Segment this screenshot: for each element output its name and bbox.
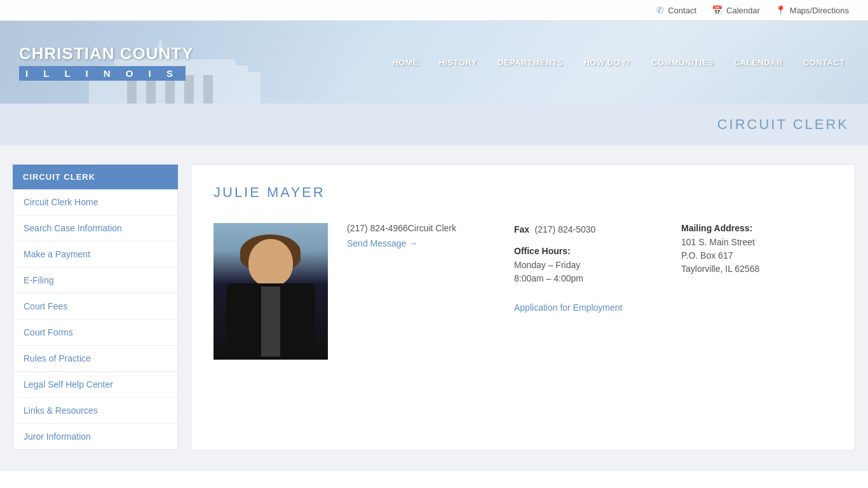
location-icon: 📍 bbox=[775, 5, 786, 15]
sidebar-item-court-forms[interactable]: Court Forms bbox=[13, 320, 177, 346]
top-bar: ✆ Contact 📅 Calendar 📍 Maps/Directions bbox=[0, 0, 868, 21]
county-name: CHRISTIAN COUNTY bbox=[19, 44, 194, 64]
maps-topbar-label: Maps/Directions bbox=[790, 6, 849, 15]
fax-number: (217) 824-5030 bbox=[535, 224, 596, 234]
calendar-icon: 📅 bbox=[712, 5, 722, 15]
address-line3: Taylorville, IL 62568 bbox=[681, 262, 832, 276]
photo-stripe bbox=[261, 287, 280, 356]
nav-contact[interactable]: CONTACT bbox=[793, 53, 855, 72]
fax-label: Fax bbox=[514, 224, 529, 234]
sidebar-header: CIRCUIT CLERK bbox=[13, 165, 178, 189]
state-name: I L L I N O I S bbox=[19, 66, 186, 81]
page-title-band: CIRCUIT CLERK bbox=[0, 104, 868, 146]
hours-column: Fax (217) 824-5030 Office Hours: Monday … bbox=[514, 223, 665, 360]
profile-details: (217) 824-4966Circuit Clerk Send Message… bbox=[347, 223, 832, 360]
page-title: CIRCUIT CLERK bbox=[717, 116, 849, 132]
profile-section: (217) 824-4966Circuit Clerk Send Message… bbox=[214, 223, 832, 360]
calendar-topbar-label: Calendar bbox=[726, 6, 760, 15]
content-area: JULIE MAYER (217) 824-4966Circuit Clerk … bbox=[191, 165, 855, 451]
nav-how-do-i[interactable]: HOW DO I? bbox=[573, 53, 641, 72]
maps-topbar-link[interactable]: 📍 Maps/Directions bbox=[775, 5, 849, 15]
send-message-link[interactable]: Send Message → bbox=[347, 238, 498, 248]
site-logo[interactable]: CHRISTIAN COUNTY I L L I N O I S bbox=[0, 34, 213, 90]
sidebar-item-juror-info[interactable]: Juror Information bbox=[13, 424, 177, 449]
nav-communities[interactable]: COMMUNITIES bbox=[641, 53, 724, 72]
sidebar: CIRCUIT CLERK Circuit Clerk Home Search … bbox=[13, 165, 178, 451]
office-time: 8:00am – 4:00pm bbox=[514, 272, 665, 285]
sidebar-item-links-resources[interactable]: Links & Resources bbox=[13, 398, 177, 424]
person-name: JULIE MAYER bbox=[214, 184, 832, 207]
mailing-label: Mailing Address: bbox=[681, 223, 832, 233]
bottom-banner: Download our app today! bbox=[0, 470, 868, 488]
nav-calendar[interactable]: CALENDAR bbox=[724, 53, 793, 72]
sidebar-item-search-case[interactable]: Search Case Information bbox=[13, 215, 177, 241]
send-message-text: Send Message → bbox=[347, 238, 417, 248]
address-column: Mailing Address: 101 S. Main Street P.O.… bbox=[681, 223, 832, 360]
sidebar-item-circuit-clerk-home[interactable]: Circuit Clerk Home bbox=[13, 189, 177, 215]
phone-number: (217) 824-4966Circuit Clerk bbox=[347, 223, 498, 233]
profile-photo bbox=[214, 223, 328, 360]
nav-departments[interactable]: DEPARTMENTS bbox=[487, 53, 573, 72]
nav-home[interactable]: HOME bbox=[382, 53, 428, 72]
sidebar-item-court-fees[interactable]: Court Fees bbox=[13, 294, 177, 320]
contact-topbar-label: Contact bbox=[668, 6, 696, 15]
main-layout: CIRCUIT CLERK Circuit Clerk Home Search … bbox=[0, 146, 868, 470]
sidebar-item-make-payment[interactable]: Make a Payment bbox=[13, 241, 177, 268]
address-line2: P.O. Box 617 bbox=[681, 249, 832, 262]
photo-face bbox=[248, 239, 293, 287]
office-hours-label: Office Hours: bbox=[514, 246, 665, 256]
sidebar-item-rules-practice[interactable]: Rules of Practice bbox=[13, 346, 177, 372]
main-nav: HOME HISTORY DEPARTMENTS HOW DO I? COMMU… bbox=[382, 53, 868, 72]
sidebar-item-e-filing[interactable]: E-Filing bbox=[13, 268, 177, 294]
application-employment-link[interactable]: Application for Employment bbox=[514, 302, 622, 313]
hero-banner: CHRISTIAN COUNTY I L L I N O I S HOME HI… bbox=[0, 21, 868, 104]
phone-icon: ✆ bbox=[656, 5, 664, 15]
sidebar-item-legal-self-help[interactable]: Legal Self Help Center bbox=[13, 372, 177, 398]
calendar-topbar-link[interactable]: 📅 Calendar bbox=[712, 5, 760, 15]
nav-history[interactable]: HISTORY bbox=[428, 53, 487, 72]
contact-topbar-link[interactable]: ✆ Contact bbox=[656, 5, 696, 15]
contact-column: (217) 824-4966Circuit Clerk Send Message… bbox=[347, 223, 498, 360]
address-line1: 101 S. Main Street bbox=[681, 236, 832, 249]
office-days: Monday – Friday bbox=[514, 259, 665, 272]
sidebar-menu: Circuit Clerk Home Search Case Informati… bbox=[13, 189, 178, 450]
